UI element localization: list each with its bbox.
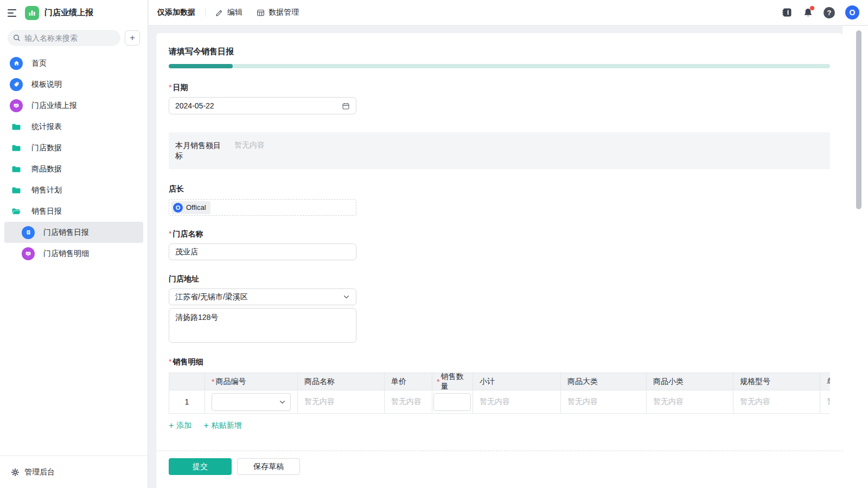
question-icon: ? (824, 7, 835, 18)
folder-icon (10, 142, 23, 155)
plus-icon: + (169, 421, 174, 430)
notebook-icon (781, 7, 793, 18)
address-detail-textarea[interactable]: 清扬路128号 (169, 308, 356, 343)
vertical-scrollbar[interactable] (856, 30, 861, 209)
sales-qty-input[interactable] (433, 393, 471, 411)
progress-fill (169, 64, 233, 68)
sidebar-item-daily-sales-folder[interactable]: 销售日报 (4, 201, 143, 222)
manager-field-label: 店长 (169, 184, 830, 194)
sidebar-item-home[interactable]: 首页 (4, 53, 143, 74)
folder-icon (10, 184, 23, 197)
date-field-label: 日期 (169, 83, 830, 93)
admin-console-link[interactable]: 管理后台 (0, 455, 148, 488)
sidebar-item-sales-plan-folder[interactable]: 销售计划 (4, 179, 143, 201)
month-target-label: 本月销售额目标 (175, 140, 227, 161)
scrollbar-gutter (843, 26, 868, 488)
collapse-sidebar-icon[interactable] (8, 9, 17, 17)
store-name-input[interactable]: 茂业店 (169, 243, 356, 260)
sidebar-item-stats-folder[interactable]: 统计报表 (4, 116, 143, 137)
sidebar-item-product-data-folder[interactable]: 商品数据 (4, 158, 143, 179)
table-row: 1 暂无内容 暂无内容 暂无内容 暂无内容 暂无内容 暂无内容 暂无内容 (169, 390, 830, 414)
user-avatar[interactable]: O (845, 5, 859, 20)
member-name: Offical (186, 203, 206, 211)
save-draft-button[interactable]: 保存草稿 (237, 458, 300, 475)
col-category: 商品大类 (561, 373, 647, 390)
chevron-down-icon (279, 399, 286, 406)
paste-add-button[interactable]: + 粘贴新增 (203, 421, 241, 431)
app-title: 门店业绩上报 (44, 8, 93, 18)
app-logo-icon (25, 6, 39, 20)
divider (205, 8, 206, 17)
folder-icon (10, 163, 23, 176)
col-spec-model: 规格型号 (733, 373, 820, 390)
home-icon (10, 57, 23, 70)
plus-icon: + (130, 33, 135, 43)
col-unit-price: 单价 (385, 373, 432, 390)
sidebar-item-store-data-folder[interactable]: 门店数据 (4, 137, 143, 158)
tag-icon (10, 78, 23, 91)
table-header-row: 商品编号 商品名称 单价 销售数量 小计 商品大类 商品小类 规格型号 单位 (169, 373, 830, 390)
add-row-button[interactable]: + 添加 (169, 421, 192, 431)
sales-detail-table: 商品编号 商品名称 单价 销售数量 小计 商品大类 商品小类 规格型号 单位 1 (169, 373, 830, 414)
notifications-button[interactable] (803, 7, 813, 18)
data-manage-button[interactable]: 数据管理 (257, 8, 299, 17)
sidebar-item-store-daily-report[interactable]: 门店销售日报 (4, 222, 143, 243)
sidebar: 门店业绩上报 + 首页 模板说明 门店业绩上报 统计报表 门店数 (0, 0, 148, 488)
product-name-cell: 暂无内容 (298, 390, 385, 414)
search-icon (13, 34, 21, 42)
document-icon (22, 226, 35, 239)
col-product-code: 商品编号 (205, 373, 298, 390)
topbar: 仅添加数据 编辑 数据管理 ? O (149, 0, 868, 25)
notification-badge (810, 6, 814, 10)
changelog-button[interactable] (781, 7, 793, 18)
plus-icon: + (203, 421, 208, 430)
form-title: 请填写今销售日报 (169, 47, 830, 57)
main-content: 请填写今销售日报 日期 2024-05-22 本月销售额目标 暂无内容 店长 O… (149, 26, 868, 488)
col-index (169, 373, 205, 390)
category-cell: 暂无内容 (561, 390, 647, 414)
sidebar-nav: 首页 模板说明 门店业绩上报 统计报表 门店数据 商品数据 销售计划 销售日报 (0, 53, 148, 264)
unit-cell: 暂无内容 (820, 390, 830, 414)
address-label: 门店地址 (169, 274, 830, 284)
add-app-button[interactable]: + (125, 30, 140, 46)
sidebar-item-store-sales-detail[interactable]: 门店销售明细 (4, 243, 143, 264)
row-index: 1 (169, 390, 205, 414)
unit-price-cell: 暂无内容 (385, 390, 432, 414)
month-target-value: 暂无内容 (234, 140, 265, 161)
table-grid-icon (257, 9, 265, 17)
form-card: 请填写今销售日报 日期 2024-05-22 本月销售额目标 暂无内容 店长 O… (156, 33, 843, 488)
calendar-icon (342, 102, 350, 110)
month-target-panel: 本月销售额目标 暂无内容 (169, 132, 830, 169)
col-subcategory: 商品小类 (647, 373, 733, 390)
subtotal-cell: 暂无内容 (473, 390, 561, 414)
col-sales-qty: 销售数量 (432, 373, 473, 390)
search-input[interactable] (24, 34, 115, 42)
subcategory-cell: 暂无内容 (647, 390, 733, 414)
store-name-label: 门店名称 (169, 229, 830, 239)
edit-button[interactable]: 编辑 (215, 8, 242, 17)
folder-open-icon (10, 205, 23, 218)
sidebar-search[interactable] (8, 30, 120, 46)
form-footer: 提交 保存草稿 (156, 451, 843, 488)
sidebar-item-template-help[interactable]: 模板说明 (4, 74, 143, 95)
col-unit: 单位 (820, 373, 830, 390)
monitor-chart-icon (10, 99, 23, 112)
manager-member-field[interactable]: O Offical (169, 199, 356, 216)
member-avatar: O (173, 203, 183, 213)
date-input[interactable]: 2024-05-22 (169, 97, 356, 114)
col-subtotal: 小计 (473, 373, 561, 390)
submit-button[interactable]: 提交 (169, 458, 232, 475)
chevron-down-icon (343, 293, 350, 300)
sidebar-item-store-report[interactable]: 门店业绩上报 (4, 95, 143, 116)
sales-detail-label: 销售明细 (169, 357, 830, 367)
gear-icon (11, 468, 20, 477)
member-chip[interactable]: O Offical (171, 201, 210, 214)
folder-icon (10, 120, 23, 133)
region-select[interactable]: 江苏省/无锡市/梁溪区 (169, 288, 356, 305)
progress-bar (169, 64, 830, 68)
monitor-chart-icon (22, 247, 35, 260)
help-button[interactable]: ? (824, 7, 835, 18)
tab-add-data-only[interactable]: 仅添加数据 (157, 8, 195, 17)
sidebar-header: 门店业绩上报 (0, 0, 148, 25)
product-code-select[interactable] (212, 393, 291, 411)
